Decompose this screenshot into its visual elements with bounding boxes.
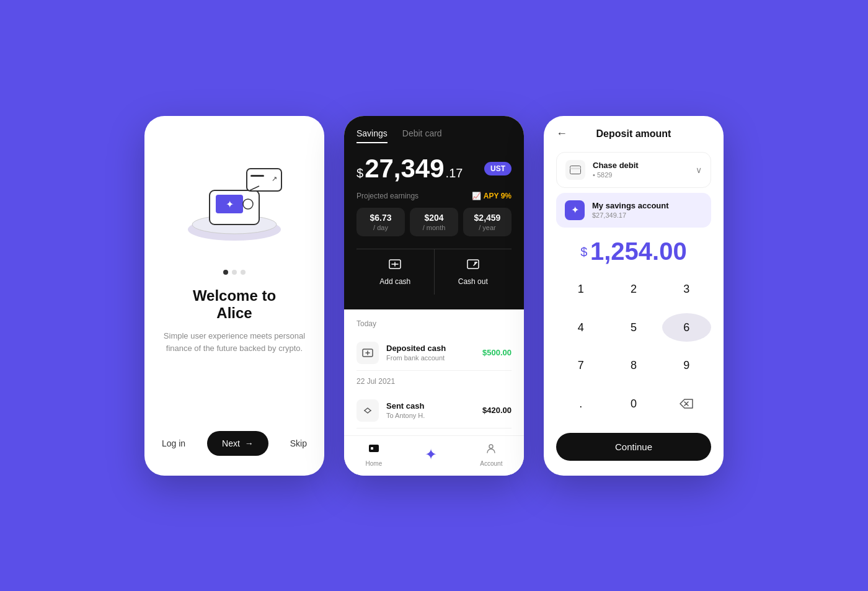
earning-year-period: / year bbox=[469, 224, 505, 231]
deposited-title: Deposited cash bbox=[386, 344, 475, 353]
numpad-9[interactable]: 9 bbox=[662, 352, 711, 380]
transactions-section: Today Deposited cash From bank account $… bbox=[344, 309, 524, 435]
home-icon bbox=[368, 442, 380, 458]
welcome-screen: ✦ ↗ Welcome to Alice Simple user experie… bbox=[144, 116, 324, 476]
today-label: Today bbox=[356, 319, 512, 328]
earning-month-amount: $204 bbox=[416, 213, 452, 223]
chase-account-info: Chase debit • 5829 bbox=[593, 161, 688, 179]
screens-container: ✦ ↗ Welcome to Alice Simple user experie… bbox=[144, 116, 724, 476]
numpad-4[interactable]: 4 bbox=[556, 313, 605, 342]
numpad-7[interactable]: 7 bbox=[556, 352, 605, 380]
numpad-3[interactable]: 3 bbox=[662, 275, 711, 304]
savings-screen: Savings Debit card $ 27,349 .17 UST Proj… bbox=[344, 116, 524, 476]
page-dots bbox=[223, 270, 246, 275]
svg-rect-16 bbox=[570, 166, 581, 174]
nav-star[interactable]: ✦ bbox=[425, 446, 437, 463]
deposited-info: Deposited cash From bank account bbox=[386, 344, 475, 362]
numpad-dot[interactable]: . bbox=[556, 389, 605, 418]
deposited-amount: $500.00 bbox=[482, 348, 512, 357]
amount-dollar-sign: $ bbox=[580, 244, 587, 258]
nav-account-label: Account bbox=[480, 460, 502, 467]
dollar-sign: $ bbox=[356, 166, 363, 180]
amount-value: 1,254.00 bbox=[590, 238, 687, 265]
tab-savings[interactable]: Savings bbox=[356, 128, 388, 143]
date-section: 22 Jul 2021 bbox=[356, 377, 512, 386]
numpad-0[interactable]: 0 bbox=[609, 389, 658, 418]
skip-link[interactable]: Skip bbox=[290, 438, 307, 448]
svg-rect-13 bbox=[369, 445, 379, 452]
earnings-row: $6.73 / day $204 / month $2,459 / year bbox=[356, 208, 512, 236]
numpad-1[interactable]: 1 bbox=[556, 275, 605, 304]
numpad-2[interactable]: 2 bbox=[609, 275, 658, 304]
numpad-8[interactable]: 8 bbox=[609, 352, 658, 380]
sent-cash-item: Sent cash To Antony H. $420.00 bbox=[356, 393, 512, 429]
next-button[interactable]: Next → bbox=[207, 431, 268, 456]
numpad-6[interactable]: 6 bbox=[662, 313, 711, 342]
tabs-row: Savings Debit card bbox=[356, 128, 512, 143]
savings-account-info: My savings account $27,349.17 bbox=[592, 201, 702, 219]
dot-2 bbox=[232, 270, 237, 275]
svg-rect-11 bbox=[467, 260, 479, 269]
dark-actions-row: Add cash Cash out bbox=[356, 249, 512, 295]
welcome-subtitle: Simple user experience meets personal fi… bbox=[162, 330, 307, 354]
earning-month: $204 / month bbox=[410, 208, 458, 236]
deposit-header: ← Deposit amount bbox=[556, 128, 711, 140]
back-button[interactable]: ← bbox=[556, 127, 567, 140]
earning-month-period: / month bbox=[416, 224, 452, 231]
cash-out-label: Cash out bbox=[458, 277, 488, 286]
savings-account-card[interactable]: ✦ My savings account $27,349.17 bbox=[556, 193, 711, 228]
add-cash-button[interactable]: Add cash bbox=[356, 249, 435, 295]
nav-account[interactable]: Account bbox=[480, 442, 502, 467]
welcome-title: Welcome to Alice bbox=[193, 287, 276, 323]
savings-account-name: My savings account bbox=[592, 201, 702, 210]
deposit-screen: ← Deposit amount Chase debit • 5829 ∨ ✦ … bbox=[544, 116, 724, 476]
earning-year: $2,459 / year bbox=[463, 208, 512, 236]
earning-day-amount: $6.73 bbox=[363, 213, 399, 223]
sent-info: Sent cash To Antony H. bbox=[386, 401, 475, 419]
sent-title: Sent cash bbox=[386, 401, 475, 411]
earning-day-period: / day bbox=[363, 224, 399, 231]
dark-section: Savings Debit card $ 27,349 .17 UST Proj… bbox=[344, 116, 524, 309]
dot-1 bbox=[223, 270, 228, 275]
balance-main: 27,349 bbox=[365, 156, 444, 182]
bottom-nav: Home ✦ Account bbox=[344, 435, 524, 476]
login-link[interactable]: Log in bbox=[162, 438, 185, 448]
earning-day: $6.73 / day bbox=[356, 208, 405, 236]
cash-out-button[interactable]: Cash out bbox=[435, 249, 512, 295]
svg-text:↗: ↗ bbox=[272, 175, 277, 182]
svg-text:✦: ✦ bbox=[226, 199, 234, 210]
sent-icon bbox=[356, 399, 379, 422]
arrow-right-icon: → bbox=[245, 438, 254, 448]
chase-debit-card[interactable]: Chase debit • 5829 ∨ bbox=[556, 152, 711, 188]
numpad: 1 2 3 4 5 6 7 8 9 . 0 bbox=[556, 275, 711, 424]
nav-home-label: Home bbox=[366, 460, 383, 467]
amount-display: $ 1,254.00 bbox=[556, 238, 711, 265]
earning-year-amount: $2,459 bbox=[469, 213, 505, 223]
savings-account-detail: $27,349.17 bbox=[592, 211, 702, 219]
apy-badge: 📈 APY 9% bbox=[472, 192, 512, 200]
cash-out-icon bbox=[467, 258, 479, 273]
svg-point-5 bbox=[243, 199, 253, 209]
sent-amount: $420.00 bbox=[482, 406, 512, 415]
numpad-backspace[interactable] bbox=[662, 389, 711, 418]
star-nav-icon: ✦ bbox=[425, 446, 437, 463]
account-icon bbox=[485, 442, 497, 458]
savings-star-icon: ✦ bbox=[565, 200, 585, 220]
chase-account-name: Chase debit bbox=[593, 161, 688, 170]
svg-rect-14 bbox=[371, 447, 373, 450]
illustration-area: ✦ ↗ bbox=[162, 116, 307, 265]
tab-debit[interactable]: Debit card bbox=[402, 128, 442, 143]
add-cash-label: Add cash bbox=[379, 277, 410, 286]
deposit-title: Deposit amount bbox=[556, 128, 711, 140]
balance-row: $ 27,349 .17 UST bbox=[356, 156, 512, 182]
nav-home[interactable]: Home bbox=[366, 442, 383, 467]
numpad-5[interactable]: 5 bbox=[609, 313, 658, 342]
currency-badge: UST bbox=[484, 162, 512, 176]
projected-label: Projected earnings bbox=[356, 192, 418, 200]
welcome-actions: Log in Next → Skip bbox=[162, 431, 307, 456]
svg-point-15 bbox=[489, 445, 493, 448]
chase-card-icon bbox=[565, 160, 585, 180]
continue-button[interactable]: Continue bbox=[556, 433, 711, 461]
balance-cents: .17 bbox=[446, 166, 463, 180]
chevron-down-icon: ∨ bbox=[696, 165, 702, 175]
